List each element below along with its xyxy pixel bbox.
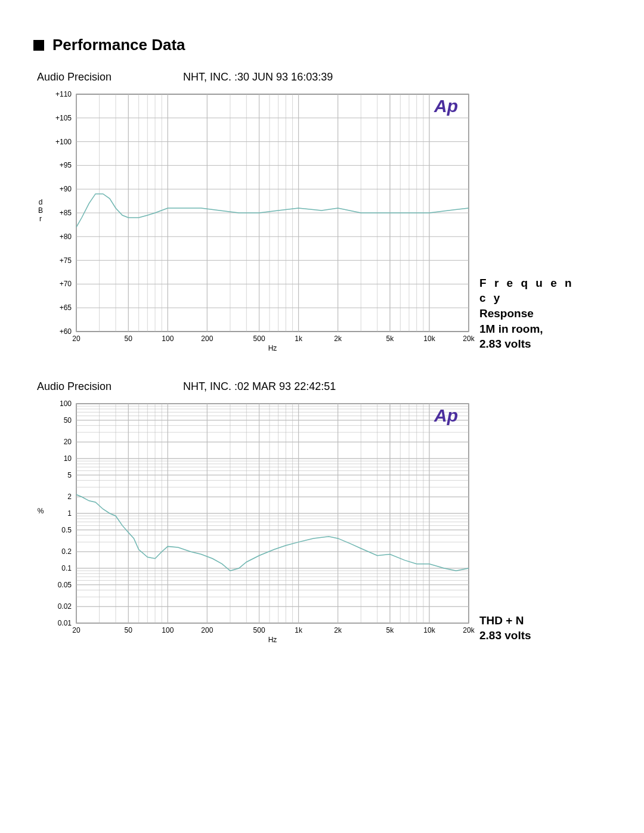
- svg-text:+65: +65: [60, 304, 72, 312]
- chart1-caption-line3: 1M in room,: [479, 321, 575, 337]
- svg-text:100: 100: [162, 335, 174, 343]
- svg-text:1: 1: [67, 509, 72, 518]
- chart-thd-n: Audio Precision NHT, INC. :02 MAR 93 22:…: [33, 380, 611, 648]
- section-title-text: Performance Data: [52, 36, 185, 54]
- chart1-caption: F r e q u e n c y Response 1M in room, 2…: [479, 275, 575, 357]
- svg-text:d: d: [39, 198, 43, 206]
- svg-text:Hz: Hz: [268, 344, 277, 352]
- svg-text:+70: +70: [60, 280, 72, 288]
- chart1-plot: 20501002005001k2k5k10k20kHz+60+65+70+75+…: [33, 88, 475, 357]
- svg-text:0.01: 0.01: [58, 619, 72, 627]
- svg-text:2k: 2k: [334, 335, 342, 343]
- svg-text:2k: 2k: [334, 626, 342, 634]
- svg-text:r: r: [39, 215, 42, 223]
- svg-text:20k: 20k: [463, 626, 475, 634]
- svg-text:0.05: 0.05: [58, 581, 72, 589]
- svg-text:0.1: 0.1: [61, 564, 72, 572]
- svg-text:1k: 1k: [295, 335, 303, 343]
- svg-text:10: 10: [64, 454, 72, 463]
- chart2-header-right: NHT, INC. :02 MAR 93 22:42:51: [183, 380, 336, 393]
- svg-text:0.02: 0.02: [58, 602, 72, 611]
- svg-text:20k: 20k: [463, 335, 475, 343]
- chart1-caption-line2: Response: [479, 306, 575, 321]
- svg-text:200: 200: [201, 335, 213, 343]
- svg-text:+95: +95: [60, 161, 72, 169]
- ap-logo-icon: Ap: [434, 96, 458, 116]
- svg-text:2: 2: [67, 493, 72, 501]
- chart2-caption-line2: 2.83 volts: [479, 628, 575, 643]
- svg-text:+85: +85: [60, 209, 72, 217]
- svg-text:50: 50: [125, 335, 133, 343]
- svg-text:+110: +110: [55, 90, 72, 98]
- chart1-caption-line4: 2.83 volts: [479, 336, 575, 352]
- svg-text:20: 20: [72, 335, 80, 343]
- svg-text:+100: +100: [55, 138, 72, 146]
- chart1-caption-line1: F r e q u e n c y: [479, 275, 575, 306]
- svg-text:5k: 5k: [386, 335, 395, 343]
- svg-text:5k: 5k: [386, 626, 395, 634]
- svg-text:0.2: 0.2: [61, 547, 72, 556]
- svg-text:200: 200: [201, 626, 213, 634]
- svg-text:%: %: [38, 507, 44, 515]
- chart2-plot: 20501002005001k2k5k10k20kHz0.010.020.050…: [33, 398, 475, 648]
- svg-text:500: 500: [253, 626, 265, 634]
- svg-text:500: 500: [253, 335, 265, 343]
- svg-text:10k: 10k: [423, 335, 435, 343]
- svg-text:+60: +60: [60, 327, 72, 336]
- chart2-header-left: Audio Precision: [37, 380, 112, 393]
- bullet-square-icon: [33, 40, 44, 51]
- svg-text:20: 20: [72, 626, 80, 634]
- svg-text:100: 100: [60, 400, 72, 408]
- svg-text:+80: +80: [60, 233, 72, 241]
- ap-logo-icon: Ap: [434, 405, 458, 425]
- chart1-header-left: Audio Precision: [37, 71, 112, 83]
- svg-text:+75: +75: [60, 256, 72, 265]
- svg-text:+90: +90: [60, 185, 72, 193]
- chart-frequency-response: Audio Precision NHT, INC. :30 JUN 93 16:…: [33, 71, 611, 357]
- svg-text:20: 20: [64, 438, 72, 446]
- svg-text:10k: 10k: [423, 626, 435, 634]
- svg-text:Hz: Hz: [268, 636, 277, 644]
- chart1-header-right: NHT, INC. :30 JUN 93 16:03:39: [183, 71, 333, 83]
- svg-text:5: 5: [67, 471, 72, 479]
- section-title: Performance Data: [33, 36, 611, 54]
- svg-text:1k: 1k: [295, 626, 303, 634]
- svg-text:0.5: 0.5: [61, 526, 72, 534]
- chart2-caption-line1: THD + N: [479, 613, 575, 628]
- svg-text:B: B: [38, 206, 43, 215]
- chart2-caption: THD + N 2.83 volts: [479, 613, 575, 648]
- svg-text:50: 50: [64, 416, 72, 425]
- svg-text:100: 100: [162, 626, 174, 634]
- svg-text:50: 50: [125, 626, 133, 634]
- svg-text:+105: +105: [55, 114, 72, 122]
